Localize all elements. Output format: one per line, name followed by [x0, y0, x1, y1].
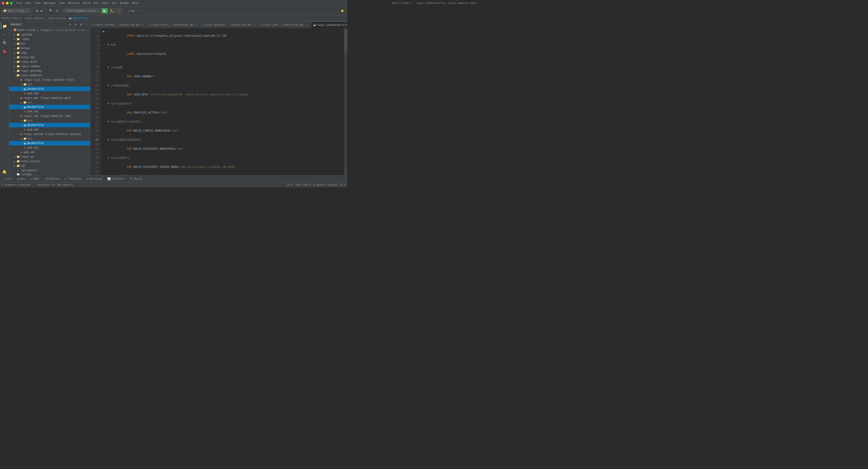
tree-item-gitignore[interactable]: ⊙ .gitignore	[9, 168, 90, 173]
menu-refactor[interactable]: Refactor	[67, 1, 81, 5]
tree-item-ruoyi-modules[interactable]: ▾ 📂 ruoyi-modules	[9, 73, 90, 78]
tree-item-ruoyi-visual[interactable]: ▶ 📁 ruoyi-visual	[9, 159, 90, 164]
search-everywhere-button[interactable]: 🔍	[48, 8, 54, 13]
bottom-tab-terminal[interactable]: >_ Terminal	[63, 177, 84, 181]
tree-item-ruoyi-auth[interactable]: ▶ 📁 ruoyi-auth	[9, 59, 90, 64]
run-config-selector[interactable]: ▶ RuoYiJobApplication ▾	[63, 8, 101, 13]
tree-item-ruoyi-system-src[interactable]: ▶ 📁 src	[9, 136, 90, 141]
status-user[interactable]: tanqidi_v3.4	[328, 183, 345, 186]
tree-item-ruoyi-common[interactable]: ▶ 📁 ruoyi-common	[9, 64, 90, 68]
status-position[interactable]: 25:1	[287, 183, 293, 186]
tree-item-ruoyi-file-src[interactable]: ▶ 📁 src	[9, 82, 90, 87]
bottom-tab-todo[interactable]: ☑ TODO	[28, 177, 41, 181]
code-area[interactable]: ▶ FROM registry.cn-hangzhou.aliyuncs.com…	[101, 29, 344, 175]
maximize-button[interactable]	[10, 2, 13, 4]
back-button[interactable]: ◀	[34, 8, 39, 13]
bottom-tab-profiler[interactable]: 📊 Profiler	[105, 177, 127, 181]
tree-item-ruoyi-gen[interactable]: ▾ ▦ ruoyi-gen [ruoyi-modules-gen]	[9, 96, 90, 100]
bottom-tab-problems[interactable]: ⚠ Problems	[42, 177, 61, 181]
menu-help[interactable]: Help	[131, 1, 140, 5]
menu-view[interactable]: View	[33, 1, 42, 5]
tree-item-ruoyi-ui[interactable]: ▶ 📁 ruoyi-ui	[9, 154, 90, 159]
tab-close-2[interactable]: ×	[195, 23, 198, 26]
tree-item-root[interactable]: ▾ 📦 RuoYi-Cloud_1 [ruoyi] D:\ideaCode\Ru…	[9, 28, 90, 32]
hide-panel-button[interactable]: —	[84, 22, 88, 26]
settings-tree-button[interactable]: ⚙	[79, 22, 83, 26]
bottom-tab-build[interactable]: 🔨 Build	[128, 177, 144, 181]
tree-item-ruoyi-system-dockerfile[interactable]: 🐋 Dockerfile	[9, 141, 90, 145]
activity-commit-icon[interactable]: ✓	[1, 31, 8, 38]
menu-git[interactable]: Git	[111, 1, 118, 5]
menu-build[interactable]: Build	[82, 1, 92, 5]
code-text-12: ENV NACOS_CONFIG_NAMESPACE="dev"	[107, 124, 344, 138]
tree-item-docker[interactable]: ▶ 📁 docker	[9, 46, 90, 51]
bottom-tab-git[interactable]: ⎇ Git	[2, 177, 14, 181]
tab-bootstrap-yml-job[interactable]: ⚙ ruoyi-job\...\bootstrap.yml ×	[258, 21, 311, 28]
settings-button[interactable]: ⚙	[55, 8, 59, 13]
tab-bootstrap-yml-monitor[interactable]: ⚙ ruoyi-monitor\...\bootstrap.yml ×	[200, 21, 258, 28]
tab-close-3[interactable]: ×	[253, 23, 256, 26]
tree-item-ruoyi-file-pom[interactable]: m pom.xml	[9, 91, 90, 96]
git-button[interactable]: ⎇ Git: ✓	[126, 8, 139, 13]
tree-item-idea[interactable]: ▶ 📁 .idea	[9, 37, 90, 41]
tree-item-ruoyi-job-dockerfile[interactable]: 🐋 Dockerfile	[9, 123, 90, 127]
status-line-ending[interactable]: CRLF	[295, 183, 301, 186]
menu-tools[interactable]: Tools	[100, 1, 110, 5]
activity-notifications-icon[interactable]: 🔔	[1, 168, 8, 175]
tab-close-1[interactable]: ×	[141, 23, 145, 26]
activity-project-icon[interactable]: 📁	[1, 22, 8, 30]
tree-item-logs[interactable]: ▶ 📁 logs	[9, 51, 90, 55]
tree-item-ruoyi-system-pom[interactable]: m pom.xml	[9, 145, 90, 150]
minimize-button[interactable]	[6, 2, 8, 4]
tree-item-ruoyi-api[interactable]: ▶ 📁 ruoyi-api	[9, 55, 90, 59]
tree-item-sql[interactable]: ▶ 📁 sql	[9, 164, 90, 168]
breadcrumb-system[interactable]: ruoyi-system	[47, 17, 65, 20]
tree-item-bin[interactable]: ▶ 📁 bin	[9, 41, 90, 46]
tree-item-ruoyi-gen-src[interactable]: ▶ 📁 src	[9, 100, 90, 105]
breadcrumb-modules[interactable]: ruoyi-modules	[25, 17, 44, 20]
status-checking-jdk[interactable]: Checking for JDK updates	[37, 183, 73, 186]
tree-item-license[interactable]: 📄 LICENSE	[9, 173, 90, 175]
bottom-tab-run[interactable]: ▶ Run	[16, 177, 27, 181]
tree-item-ruoyi-gateway[interactable]: ▶ 📁 ruoyi-gateway	[9, 68, 90, 73]
status-elements-selected[interactable]: 4 elements selected	[2, 183, 30, 186]
collapse-all-button[interactable]: ≡	[68, 22, 72, 26]
forward-button[interactable]: ▶	[39, 8, 44, 13]
tree-item-ruoyi-file[interactable]: ▾ ▦ ruoyi-file [ruoyi-modules-file]	[9, 78, 90, 82]
tree-item-ruoyi-system[interactable]: ▾ ▦ ruoyi-system [ruoyi-modules-system]	[9, 132, 90, 136]
tree-item-modules-pom[interactable]: m pom.xml	[9, 150, 90, 154]
breadcrumb-file[interactable]: 🐋 Dockerfile	[69, 17, 88, 20]
tab-dockerfile-job[interactable]: 🐋 ruoyi-job\Dockerfile ×	[311, 21, 347, 28]
run-button[interactable]: ▶	[101, 8, 108, 13]
menu-navigate[interactable]: Navigate	[42, 1, 57, 5]
tree-item-ruoyi-job-pom[interactable]: m pom.xml	[9, 127, 90, 132]
tree-item-ruoyi-gen-dockerfile[interactable]: 🐋 Dockerfile	[9, 105, 90, 109]
debug-button[interactable]: 🐛	[109, 8, 115, 13]
status-encoding[interactable]: UTF-8	[303, 183, 311, 186]
project-selector[interactable]: 📁 RuoYi-Cloud_1 ▾	[2, 8, 31, 13]
tab-close-4[interactable]: ×	[305, 23, 308, 26]
activity-bookmarks-icon[interactable]: 🔖	[1, 48, 8, 55]
notification-button[interactable]: 🔔	[340, 8, 345, 13]
menu-file[interactable]: File	[15, 1, 24, 5]
tree-item-github[interactable]: ▶ 📁 .github	[9, 32, 90, 37]
scrollbar-thumb[interactable]	[344, 29, 347, 52]
bottom-tab-services[interactable]: ⚙ Services	[85, 177, 104, 181]
menu-code[interactable]: Code	[57, 1, 66, 5]
breadcrumb-root[interactable]: RuoYi-Cloud_1	[2, 17, 21, 20]
tree-item-ruoyi-gen-pom[interactable]: m pom.xml	[9, 109, 90, 114]
tab-bootstrap-yml-system[interactable]: ⚙ ruoyi-system\...\bootstrap.yml ×	[90, 21, 147, 28]
stop-button[interactable]: ■	[116, 8, 122, 13]
menu-window[interactable]: Window	[119, 1, 130, 5]
menu-run[interactable]: Run	[92, 1, 100, 5]
activity-structure-icon[interactable]: 🏗	[1, 39, 8, 46]
tree-item-ruoyi-job-src[interactable]: ▶ 📁 src	[9, 118, 90, 123]
tab-bootstrap-yml-auth[interactable]: ⚙ ruoyi-auth\...\bootstrap.yml ×	[147, 21, 200, 28]
close-button[interactable]	[2, 2, 4, 4]
locate-file-button[interactable]: ⊕	[73, 22, 78, 26]
menu-edit[interactable]: Edit	[24, 1, 33, 5]
tree-item-ruoyi-file-dockerfile[interactable]: 🐋 Dockerfile	[9, 87, 90, 91]
status-indent[interactable]: 4 spaces	[313, 183, 325, 186]
tree-item-ruoyi-job[interactable]: ▾ ▦ ruoyi-job [ruoyi-modules-job]	[9, 114, 90, 118]
folder-icon-ruoyi-modules: 📂	[16, 74, 20, 77]
